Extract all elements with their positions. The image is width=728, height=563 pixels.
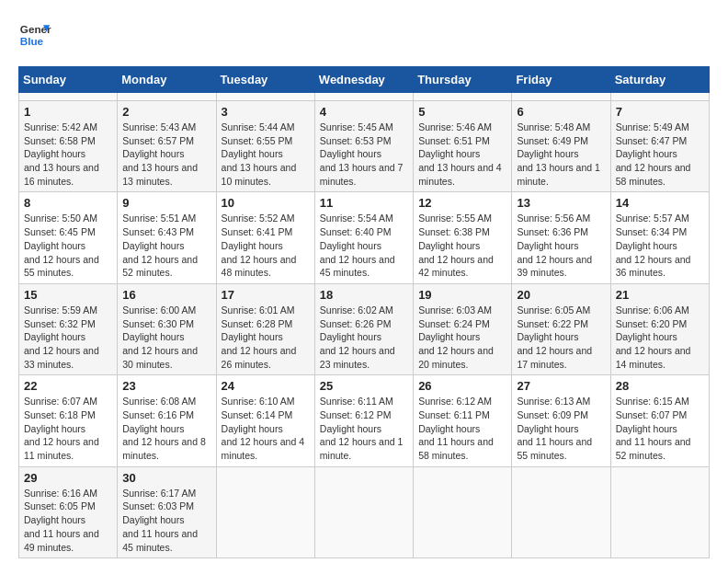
- calendar-cell: [118, 93, 216, 101]
- calendar-cell: [216, 466, 314, 557]
- calendar-header-row: SundayMondayTuesdayWednesdayThursdayFrid…: [19, 67, 710, 93]
- day-info: Sunrise: 6:11 AM Sunset: 6:12 PM Dayligh…: [320, 395, 408, 462]
- calendar-cell: [610, 93, 709, 101]
- logo-icon: General Blue: [18, 18, 51, 52]
- day-info: Sunrise: 6:13 AM Sunset: 6:09 PM Dayligh…: [517, 395, 605, 462]
- calendar-cell: 6 Sunrise: 5:48 AM Sunset: 6:49 PM Dayli…: [512, 101, 610, 192]
- calendar-cell: 22 Sunrise: 6:07 AM Sunset: 6:18 PM Dayl…: [19, 375, 118, 466]
- calendar-cell: 25 Sunrise: 6:11 AM Sunset: 6:12 PM Dayl…: [314, 375, 413, 466]
- calendar-cell: 1 Sunrise: 5:42 AM Sunset: 6:58 PM Dayli…: [19, 101, 118, 192]
- calendar-cell: 9 Sunrise: 5:51 AM Sunset: 6:43 PM Dayli…: [118, 192, 216, 283]
- page-header: General Blue: [18, 18, 710, 52]
- calendar-cell: 24 Sunrise: 6:10 AM Sunset: 6:14 PM Dayl…: [216, 375, 314, 466]
- day-info: Sunrise: 6:08 AM Sunset: 6:16 PM Dayligh…: [122, 395, 210, 462]
- calendar-cell: 3 Sunrise: 5:44 AM Sunset: 6:55 PM Dayli…: [216, 101, 314, 192]
- calendar-cell: 2 Sunrise: 5:43 AM Sunset: 6:57 PM Dayli…: [118, 101, 216, 192]
- calendar-cell: 16 Sunrise: 6:00 AM Sunset: 6:30 PM Dayl…: [118, 283, 216, 374]
- svg-text:Blue: Blue: [20, 35, 44, 47]
- calendar-week-row: [19, 93, 710, 101]
- day-number: 7: [616, 105, 704, 119]
- calendar-cell: [414, 93, 512, 101]
- day-info: Sunrise: 6:15 AM Sunset: 6:07 PM Dayligh…: [616, 395, 704, 462]
- day-number: 22: [24, 379, 112, 393]
- day-info: Sunrise: 5:43 AM Sunset: 6:57 PM Dayligh…: [122, 121, 210, 188]
- day-number: 25: [320, 379, 408, 393]
- calendar-week-row: 1 Sunrise: 5:42 AM Sunset: 6:58 PM Dayli…: [19, 101, 710, 192]
- calendar-cell: 18 Sunrise: 6:02 AM Sunset: 6:26 PM Dayl…: [314, 283, 413, 374]
- calendar-cell: 14 Sunrise: 5:57 AM Sunset: 6:34 PM Dayl…: [610, 192, 709, 283]
- day-number: 30: [122, 471, 210, 485]
- day-number: 26: [418, 379, 506, 393]
- calendar-cell: 13 Sunrise: 5:56 AM Sunset: 6:36 PM Dayl…: [512, 192, 610, 283]
- day-info: Sunrise: 5:56 AM Sunset: 6:36 PM Dayligh…: [517, 212, 605, 279]
- day-number: 14: [616, 196, 704, 210]
- day-number: 28: [616, 379, 704, 393]
- day-info: Sunrise: 6:10 AM Sunset: 6:14 PM Dayligh…: [222, 395, 310, 462]
- calendar-cell: 8 Sunrise: 5:50 AM Sunset: 6:45 PM Dayli…: [19, 192, 118, 283]
- day-of-week-header: Friday: [512, 67, 610, 93]
- calendar-cell: [216, 93, 314, 101]
- day-number: 10: [222, 196, 310, 210]
- day-number: 23: [122, 379, 210, 393]
- calendar-week-row: 22 Sunrise: 6:07 AM Sunset: 6:18 PM Dayl…: [19, 375, 710, 466]
- calendar-cell: 7 Sunrise: 5:49 AM Sunset: 6:47 PM Dayli…: [610, 101, 709, 192]
- day-number: 18: [320, 288, 408, 302]
- calendar-cell: [512, 466, 610, 557]
- calendar-cell: 29 Sunrise: 6:16 AM Sunset: 6:05 PM Dayl…: [19, 466, 118, 557]
- calendar-table: SundayMondayTuesdayWednesdayThursdayFrid…: [18, 66, 710, 558]
- calendar-week-row: 15 Sunrise: 5:59 AM Sunset: 6:32 PM Dayl…: [19, 283, 710, 374]
- day-info: Sunrise: 6:17 AM Sunset: 6:03 PM Dayligh…: [122, 487, 210, 554]
- day-info: Sunrise: 5:55 AM Sunset: 6:38 PM Dayligh…: [418, 212, 506, 279]
- day-info: Sunrise: 6:16 AM Sunset: 6:05 PM Dayligh…: [24, 487, 112, 554]
- day-of-week-header: Sunday: [19, 67, 118, 93]
- day-number: 1: [24, 105, 112, 119]
- calendar-cell: 20 Sunrise: 6:05 AM Sunset: 6:22 PM Dayl…: [512, 283, 610, 374]
- calendar-cell: 11 Sunrise: 5:54 AM Sunset: 6:40 PM Dayl…: [314, 192, 413, 283]
- day-of-week-header: Monday: [118, 67, 216, 93]
- calendar-cell: 30 Sunrise: 6:17 AM Sunset: 6:03 PM Dayl…: [118, 466, 216, 557]
- calendar-cell: 15 Sunrise: 5:59 AM Sunset: 6:32 PM Dayl…: [19, 283, 118, 374]
- day-info: Sunrise: 6:02 AM Sunset: 6:26 PM Dayligh…: [320, 304, 408, 371]
- day-number: 21: [616, 288, 704, 302]
- calendar-cell: 21 Sunrise: 6:06 AM Sunset: 6:20 PM Dayl…: [610, 283, 709, 374]
- calendar-cell: 10 Sunrise: 5:52 AM Sunset: 6:41 PM Dayl…: [216, 192, 314, 283]
- day-number: 19: [418, 288, 506, 302]
- day-number: 2: [122, 105, 210, 119]
- calendar-cell: 26 Sunrise: 6:12 AM Sunset: 6:11 PM Dayl…: [414, 375, 512, 466]
- day-number: 27: [517, 379, 605, 393]
- day-of-week-header: Thursday: [414, 67, 512, 93]
- day-info: Sunrise: 5:51 AM Sunset: 6:43 PM Dayligh…: [122, 212, 210, 279]
- calendar-cell: 17 Sunrise: 6:01 AM Sunset: 6:28 PM Dayl…: [216, 283, 314, 374]
- day-info: Sunrise: 6:01 AM Sunset: 6:28 PM Dayligh…: [222, 304, 310, 371]
- calendar-cell: [314, 93, 413, 101]
- day-info: Sunrise: 5:45 AM Sunset: 6:53 PM Dayligh…: [320, 121, 408, 188]
- calendar-cell: 23 Sunrise: 6:08 AM Sunset: 6:16 PM Dayl…: [118, 375, 216, 466]
- day-info: Sunrise: 5:44 AM Sunset: 6:55 PM Dayligh…: [222, 121, 310, 188]
- day-info: Sunrise: 5:52 AM Sunset: 6:41 PM Dayligh…: [222, 212, 310, 279]
- calendar-week-row: 8 Sunrise: 5:50 AM Sunset: 6:45 PM Dayli…: [19, 192, 710, 283]
- calendar-week-row: 29 Sunrise: 6:16 AM Sunset: 6:05 PM Dayl…: [19, 466, 710, 557]
- day-number: 3: [222, 105, 310, 119]
- day-info: Sunrise: 5:48 AM Sunset: 6:49 PM Dayligh…: [517, 121, 605, 188]
- day-info: Sunrise: 6:07 AM Sunset: 6:18 PM Dayligh…: [24, 395, 112, 462]
- day-number: 5: [418, 105, 506, 119]
- day-number: 4: [320, 105, 408, 119]
- day-number: 17: [222, 288, 310, 302]
- day-number: 29: [24, 471, 112, 485]
- day-number: 16: [122, 288, 210, 302]
- calendar-cell: 19 Sunrise: 6:03 AM Sunset: 6:24 PM Dayl…: [414, 283, 512, 374]
- calendar-cell: 4 Sunrise: 5:45 AM Sunset: 6:53 PM Dayli…: [314, 101, 413, 192]
- day-number: 6: [517, 105, 605, 119]
- day-info: Sunrise: 6:12 AM Sunset: 6:11 PM Dayligh…: [418, 395, 506, 462]
- day-info: Sunrise: 5:59 AM Sunset: 6:32 PM Dayligh…: [24, 304, 112, 371]
- day-info: Sunrise: 5:46 AM Sunset: 6:51 PM Dayligh…: [418, 121, 506, 188]
- day-info: Sunrise: 5:54 AM Sunset: 6:40 PM Dayligh…: [320, 212, 408, 279]
- day-number: 13: [517, 196, 605, 210]
- logo: General Blue: [18, 18, 51, 52]
- day-number: 11: [320, 196, 408, 210]
- day-info: Sunrise: 6:05 AM Sunset: 6:22 PM Dayligh…: [517, 304, 605, 371]
- day-number: 20: [517, 288, 605, 302]
- day-number: 12: [418, 196, 506, 210]
- day-info: Sunrise: 6:00 AM Sunset: 6:30 PM Dayligh…: [122, 304, 210, 371]
- day-number: 15: [24, 288, 112, 302]
